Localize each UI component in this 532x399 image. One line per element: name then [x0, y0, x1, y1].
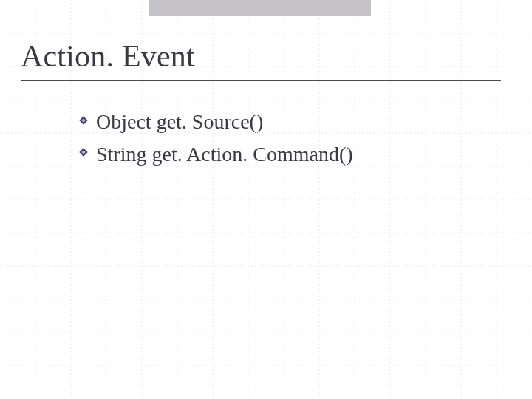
diamond-bullet-icon — [78, 115, 89, 129]
list-item: String get. Action. Command() — [78, 142, 353, 167]
slide-title: Action. Event — [21, 38, 195, 81]
diamond-bullet-icon — [78, 147, 89, 160]
list-item: Object get. Source() — [78, 109, 353, 134]
list-item-text: String get. Action. Command() — [96, 142, 353, 167]
slide-content: Object get. Source() String get. Action.… — [78, 109, 353, 174]
list-item-text: Object get. Source() — [96, 109, 263, 134]
title-underline — [21, 80, 501, 81]
slide: Action. Event Object get. Source() Strin… — [0, 0, 532, 399]
